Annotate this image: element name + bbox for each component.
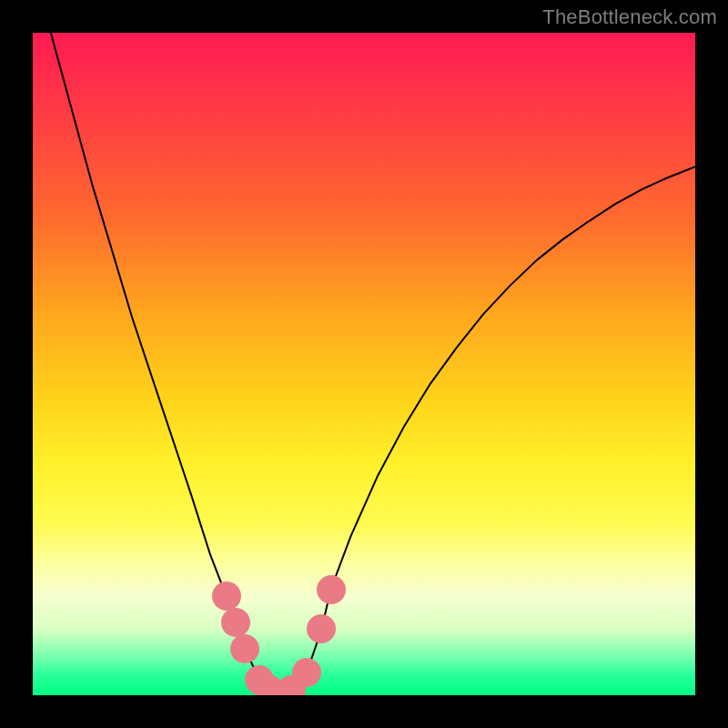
chart-frame: TheBottleneck.com bbox=[0, 0, 728, 728]
highlight-dot bbox=[317, 575, 346, 604]
highlight-markers bbox=[33, 33, 695, 695]
highlight-dot bbox=[221, 608, 250, 637]
plot-area bbox=[33, 33, 695, 695]
highlight-dot bbox=[212, 581, 241, 611]
watermark-text: TheBottleneck.com bbox=[542, 5, 717, 29]
highlight-dot bbox=[292, 658, 321, 687]
highlight-dot bbox=[307, 614, 336, 643]
highlight-dot bbox=[230, 634, 259, 663]
